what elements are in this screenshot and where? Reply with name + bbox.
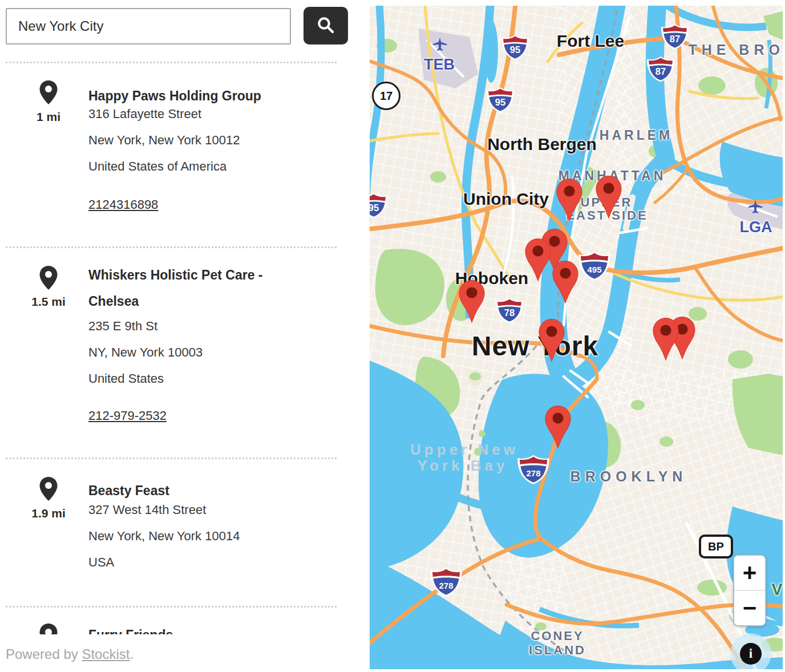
powered-by-text: Powered by [6,646,82,662]
location-pin-icon [39,80,58,105]
result-title: Furry Friends [88,622,173,634]
location-pin-icon [39,623,58,634]
address-line: New York, New York 10012 [88,127,334,153]
result-title: Whiskers Holistic Pet Care - Chelsea [88,262,300,314]
result-distance: 1.9 mi [23,507,74,520]
list-divider [6,62,337,63]
powered-by-suffix: . [130,646,133,662]
result-address: 235 E 9th St NY, New York 10003 United S… [88,313,334,392]
zoom-in-button[interactable]: + [734,556,765,590]
address-line: New York, New York 10014 [88,523,334,549]
store-locator-page: 1 mi Happy Paws Holding Group 316 Lafaye… [0,0,785,672]
location-pin-icon [39,265,58,290]
result-phone-link[interactable]: 2124316898 [88,192,158,218]
map-pin[interactable] [596,175,622,219]
address-line: 316 Lafayette Street [88,101,334,127]
list-divider [6,606,337,608]
map-pin[interactable] [539,318,565,362]
result-address: 316 Lafayette Street New York, New York … [88,101,334,180]
list-divider [6,458,337,459]
results-list: 1 mi Happy Paws Holding Group 316 Lafaye… [0,0,370,634]
location-pin-icon [39,476,58,501]
map-pin[interactable] [556,178,582,222]
map-tiles [370,6,783,669]
address-line: United States of America [88,153,334,180]
address-line: NY, New York 10003 [88,339,334,366]
map-pin[interactable] [653,317,679,361]
address-line: 327 West 14th Street [88,497,334,523]
powered-by: Powered by Stockist. [6,646,365,672]
stockist-link[interactable]: Stockist [82,646,130,662]
address-line: 235 E 9th St [88,313,334,339]
map-pin[interactable] [525,238,551,282]
result-address: 327 West 14th Street New York, New York … [88,497,334,576]
map-pin[interactable] [545,405,571,449]
map-canvas[interactable]: TEBFort LeeTHE BRONXNorth BergenHARLEMMA… [370,6,783,669]
list-divider [6,246,337,248]
result-distance: 1 mi [23,110,74,124]
address-line: United States [88,366,334,392]
zoom-out-button[interactable]: − [734,591,765,625]
address-line: USA [88,549,334,576]
result-distance: 1.5 mi [23,295,74,309]
info-button[interactable]: i [740,643,762,665]
map-pin[interactable] [552,260,578,304]
result-phone-link[interactable]: 212-979-2532 [88,403,167,429]
results-sidebar: 1 mi Happy Paws Holding Group 316 Lafaye… [0,0,370,672]
map-zoom-control: + − [733,554,766,626]
map-pin[interactable] [459,280,485,323]
